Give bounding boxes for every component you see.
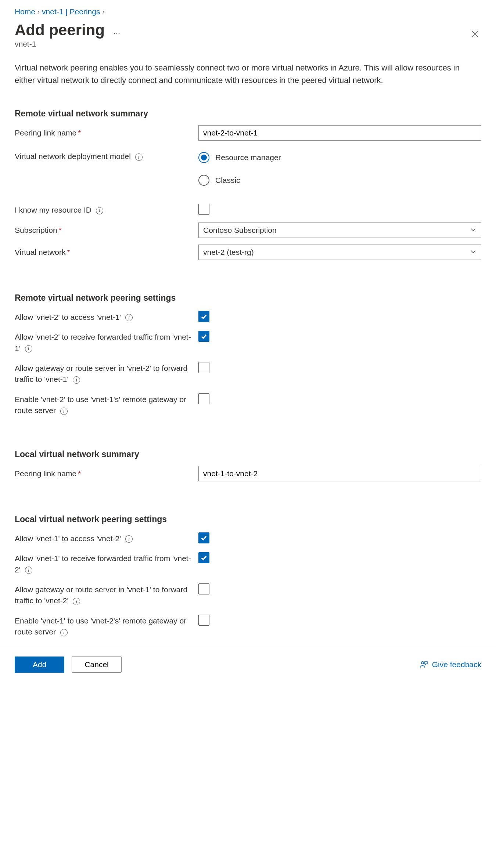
chevron-right-icon: › (37, 8, 40, 16)
info-icon[interactable]: i (25, 567, 32, 574)
info-icon[interactable]: i (73, 376, 80, 384)
more-actions-button[interactable]: ··· (114, 28, 120, 38)
chevron-down-icon (470, 226, 477, 235)
allow-gateway-remote-checkbox[interactable] (198, 362, 209, 373)
enable-remote-gw-remote-checkbox[interactable] (198, 393, 209, 404)
info-icon[interactable]: i (73, 598, 80, 605)
allow-gateway-local-checkbox[interactable] (198, 583, 209, 594)
allow-access-local-label: Allow 'vnet-1' to access 'vnet-2' i (15, 531, 198, 544)
info-icon[interactable]: i (60, 408, 68, 415)
virtual-network-select[interactable]: vnet-2 (test-rg) (198, 245, 481, 260)
section-remote-settings: Remote virtual network peering settings (15, 293, 481, 303)
virtual-network-label: Virtual network* (15, 245, 198, 258)
svg-point-2 (421, 662, 424, 664)
allow-fwd-remote-checkbox[interactable] (198, 331, 209, 342)
page-subtitle: vnet-1 (15, 40, 120, 48)
allow-access-remote-checkbox[interactable] (198, 311, 209, 322)
intro-text: Virtual network peering enables you to s… (15, 62, 478, 87)
info-icon[interactable]: i (96, 207, 103, 214)
know-resource-id-checkbox[interactable] (198, 204, 209, 215)
info-icon[interactable]: i (135, 153, 143, 161)
info-icon[interactable]: i (125, 314, 133, 321)
add-button[interactable]: Add (15, 657, 64, 673)
peering-link-name-label: Peering link name* (15, 125, 198, 138)
close-button[interactable] (469, 28, 481, 42)
subscription-label: Subscription* (15, 223, 198, 236)
cancel-button[interactable]: Cancel (72, 657, 121, 673)
breadcrumb-home[interactable]: Home (15, 7, 35, 16)
section-local-summary: Local virtual network summary (15, 449, 481, 459)
enable-remote-gw-remote-label: Enable 'vnet-2' to use 'vnet-1's' remote… (15, 392, 198, 416)
allow-gateway-local-label: Allow gateway or route server in 'vnet-1… (15, 582, 198, 607)
peering-link-name-input-local[interactable] (198, 466, 481, 481)
allow-fwd-remote-label: Allow 'vnet-2' to receive forwarded traf… (15, 329, 198, 354)
enable-remote-gw-local-checkbox[interactable] (198, 615, 209, 626)
section-remote-summary: Remote virtual network summary (15, 109, 481, 119)
radio-classic[interactable]: Classic (198, 173, 481, 188)
chevron-right-icon: › (102, 8, 104, 16)
breadcrumb-vnet[interactable]: vnet-1 | Peerings (42, 7, 100, 16)
allow-fwd-local-label: Allow 'vnet-1' to receive forwarded traf… (15, 551, 198, 575)
info-icon[interactable]: i (25, 345, 32, 352)
section-local-settings: Local virtual network peering settings (15, 514, 481, 524)
breadcrumb: Home › vnet-1 | Peerings › (15, 7, 481, 16)
chevron-down-icon (470, 248, 477, 257)
page-title: Add peering (15, 21, 105, 39)
give-feedback-link[interactable]: Give feedback (420, 660, 481, 669)
feedback-icon (420, 660, 428, 669)
peering-link-name-local-label: Peering link name* (15, 466, 198, 479)
radio-label: Resource manager (215, 153, 281, 162)
allow-fwd-local-checkbox[interactable] (198, 552, 209, 563)
allow-access-local-checkbox[interactable] (198, 532, 209, 543)
deployment-model-label: Virtual network deployment model i (15, 147, 198, 162)
info-icon[interactable]: i (60, 629, 68, 636)
subscription-select[interactable]: Contoso Subscription (198, 223, 481, 238)
radio-resource-manager[interactable]: Resource manager (198, 150, 481, 165)
radio-label: Classic (215, 176, 240, 185)
allow-access-remote-label: Allow 'vnet-2' to access 'vnet-1' i (15, 310, 198, 323)
know-resource-id-label: I know my resource ID i (15, 202, 198, 216)
peering-link-name-input-remote[interactable] (198, 125, 481, 141)
enable-remote-gw-local-label: Enable 'vnet-1' to use 'vnet-2's' remote… (15, 613, 198, 638)
allow-gateway-remote-label: Allow gateway or route server in 'vnet-2… (15, 361, 198, 385)
info-icon[interactable]: i (125, 535, 133, 543)
